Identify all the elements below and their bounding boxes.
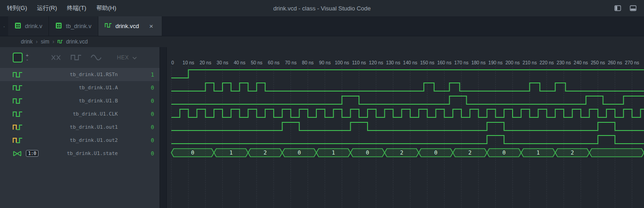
svg-text:1: 1 — [537, 150, 540, 156]
svg-text:190 ns: 190 ns — [489, 60, 503, 65]
svg-text:270 ns: 270 ns — [625, 60, 639, 65]
signal-name: tb_drink.U1.RSTn — [23, 72, 118, 77]
tab-tb-drink-v[interactable]: tb_drink.v — [49, 16, 98, 36]
signal-panel: + - HEX — [0, 47, 160, 208]
menu-item-run[interactable]: 运行(R) — [32, 0, 62, 16]
svg-text:70 ns: 70 ns — [285, 60, 297, 65]
signal-row-out2[interactable]: tb_drink.U1.out2 0 — [0, 134, 160, 147]
menu-item-help[interactable]: 帮助(H) — [91, 0, 121, 16]
signal-value: 0 — [118, 150, 154, 157]
signal-list: tb_drink.U1.RSTn 1 tb_drink.U1.A 0 tb_dr… — [0, 68, 160, 160]
signal-row-rstn[interactable]: tb_drink.U1.RSTn 1 — [0, 68, 160, 81]
svg-text:0: 0 — [434, 150, 437, 156]
svg-text:1: 1 — [229, 150, 232, 156]
signal-value: 0 — [118, 111, 154, 117]
svg-text:110 ns: 110 ns — [352, 60, 366, 65]
svg-text:220 ns: 220 ns — [540, 60, 554, 65]
tab-label: tb_drink.v — [66, 23, 91, 29]
waveform-canvas[interactable]: 010 ns20 ns30 ns40 ns50 ns60 ns70 ns80 n… — [167, 47, 644, 208]
breadcrumb-item-drink[interactable]: drink — [21, 39, 33, 45]
svg-text:160 ns: 160 ns — [437, 60, 452, 65]
svg-text:1: 1 — [332, 150, 335, 156]
svg-text:2: 2 — [468, 150, 471, 156]
square-wave-icon — [13, 97, 23, 105]
svg-text:10 ns: 10 ns — [183, 60, 194, 65]
bit-range-badge: 1:0 — [26, 150, 39, 157]
signal-value: 0 — [118, 98, 154, 104]
svg-text:0: 0 — [366, 150, 369, 156]
tab-label: drink.vcd — [116, 23, 139, 29]
breadcrumb-separator: › — [53, 39, 54, 45]
tab-drink-v[interactable]: drink.v — [8, 16, 49, 36]
signal-value: 0 — [118, 85, 154, 91]
square-wave-icon[interactable] — [71, 54, 82, 61]
analog-wave-icon[interactable] — [91, 54, 102, 61]
title-bar: 转到(G) 运行(R) 终端(T) 帮助(H) drink.vcd - clas… — [0, 0, 644, 16]
waveform-plot[interactable]: 010 ns20 ns30 ns40 ns50 ns60 ns70 ns80 n… — [167, 47, 644, 208]
signal-row-b[interactable]: tb_drink.U1.B 0 — [0, 94, 160, 107]
svg-text:50 ns: 50 ns — [251, 60, 262, 65]
bus-icon — [13, 150, 23, 157]
zoom-out-button[interactable]: - — [24, 58, 30, 62]
svg-text:2: 2 — [263, 150, 266, 156]
signal-value: 0 — [118, 124, 154, 131]
breadcrumb-separator: › — [36, 39, 38, 45]
signal-name: tb_drink.U1.A — [23, 85, 118, 91]
square-wave-icon — [13, 124, 23, 131]
tab-bar: · drink.v tb_drink.v drink.vcd × — [0, 16, 644, 36]
breadcrumb-item-sim[interactable]: sim — [41, 39, 49, 45]
toggle-panel-icon[interactable] — [629, 5, 637, 12]
menu-item-goto[interactable]: 转到(G) — [2, 0, 32, 16]
svg-text:2: 2 — [400, 150, 403, 156]
signal-name: tb_drink.U1.out1 — [23, 124, 118, 130]
svg-text:230 ns: 230 ns — [557, 60, 571, 65]
svg-text:20 ns: 20 ns — [199, 60, 211, 65]
svg-text:200 ns: 200 ns — [505, 60, 520, 65]
svg-text:2: 2 — [571, 150, 574, 156]
breadcrumb-item-drink-vcd[interactable]: drink.vcd — [66, 39, 88, 45]
chevron-down-icon — [132, 54, 137, 61]
tab-drink-vcd[interactable]: drink.vcd × — [98, 16, 162, 36]
svg-text:30 ns: 30 ns — [217, 60, 228, 65]
signal-name: tb_drink.U1.B — [23, 98, 118, 104]
signal-value: 1 — [118, 72, 154, 78]
verilog-file-icon — [55, 22, 62, 30]
tab-label: drink.v — [25, 23, 42, 29]
signal-row-a[interactable]: tb_drink.U1.A 0 — [0, 81, 160, 94]
zoom-fit-button[interactable] — [13, 53, 23, 63]
square-wave-icon — [13, 71, 23, 78]
svg-text:210 ns: 210 ns — [523, 60, 537, 65]
svg-text:180 ns: 180 ns — [471, 60, 486, 65]
square-wave-icon — [13, 84, 23, 92]
svg-text:0: 0 — [191, 150, 194, 156]
toggle-sidebar-icon[interactable] — [614, 5, 621, 12]
menu-item-terminal[interactable]: 终端(T) — [62, 0, 92, 16]
svg-text:100 ns: 100 ns — [335, 60, 349, 65]
signal-name: tb_drink.U1.CLK — [23, 111, 118, 117]
radix-value: HEX — [117, 54, 129, 61]
vertical-scrollbar[interactable] — [160, 47, 167, 208]
svg-text:240 ns: 240 ns — [574, 60, 588, 65]
tab-scroll-sliver[interactable]: · — [0, 16, 8, 36]
svg-text:0: 0 — [298, 150, 301, 156]
verilog-file-icon — [15, 22, 21, 30]
radix-dropdown[interactable]: HEX — [117, 54, 137, 61]
svg-text:170 ns: 170 ns — [454, 60, 469, 65]
svg-text:260 ns: 260 ns — [608, 60, 622, 65]
signal-row-clk[interactable]: tb_drink.U1.CLK 0 — [0, 107, 160, 121]
signal-name: tb_drink.U1.out2 — [23, 137, 118, 143]
signal-name: tb_drink.U1.state — [39, 150, 118, 156]
bus-format-icon[interactable] — [51, 54, 62, 61]
svg-text:90 ns: 90 ns — [319, 60, 331, 65]
svg-text:130 ns: 130 ns — [386, 60, 401, 65]
svg-text:140 ns: 140 ns — [403, 60, 417, 65]
svg-text:0: 0 — [171, 60, 174, 65]
breadcrumb: drink › sim › drink.vcd — [0, 36, 644, 47]
close-tab-icon[interactable]: × — [147, 22, 155, 30]
signal-row-state[interactable]: 1:0 tb_drink.U1.state 0 — [0, 147, 160, 160]
svg-text:80 ns: 80 ns — [302, 60, 314, 65]
signal-row-out1[interactable]: tb_drink.U1.out1 0 — [0, 121, 160, 134]
signal-value: 0 — [118, 137, 154, 144]
svg-text:40 ns: 40 ns — [234, 60, 246, 65]
svg-text:250 ns: 250 ns — [591, 60, 605, 65]
